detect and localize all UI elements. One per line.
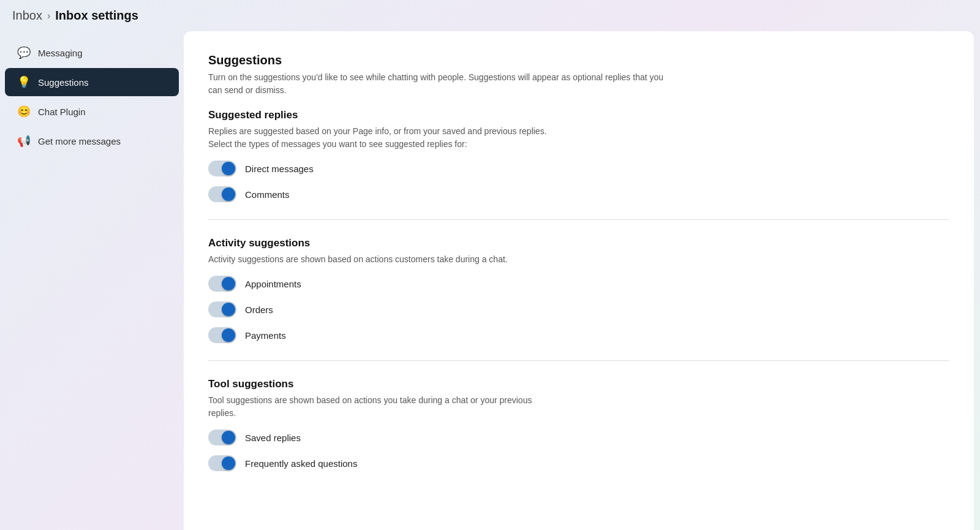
toggle-label-saved-replies: Saved replies — [245, 433, 301, 443]
toggle-label-orders: Orders — [245, 305, 273, 315]
toggle-row-faq: Frequently asked questions — [208, 455, 949, 471]
divider-1 — [208, 219, 949, 220]
content-panel: Suggestions Turn on the suggestions you'… — [184, 31, 974, 530]
toggle-direct-messages[interactable] — [208, 161, 236, 176]
breadcrumb-current-page: Inbox settings — [55, 9, 138, 23]
toggle-comments[interactable] — [208, 186, 236, 202]
get-more-messages-icon: 📢 — [17, 134, 31, 148]
sidebar-label-messaging: Messaging — [38, 48, 83, 58]
sidebar-item-chat-plugin[interactable]: 😊 Chat Plugin — [5, 97, 179, 126]
divider-2 — [208, 360, 949, 361]
suggested-replies-title: Suggested replies — [208, 109, 949, 121]
sidebar-item-get-more-messages[interactable]: 📢 Get more messages — [5, 127, 179, 155]
toggle-row-direct-messages: Direct messages — [208, 161, 949, 176]
messaging-icon: 💬 — [17, 46, 31, 59]
toggle-row-payments: Payments — [208, 327, 949, 343]
toggle-saved-replies[interactable] — [208, 430, 236, 445]
toggle-row-orders: Orders — [208, 301, 949, 317]
sidebar-label-suggestions: Suggestions — [38, 77, 89, 88]
breadcrumb-chevron-icon: › — [47, 10, 50, 21]
toggle-label-appointments: Appointments — [245, 279, 301, 289]
toggle-label-payments: Payments — [245, 330, 286, 341]
toggle-row-appointments: Appointments — [208, 276, 949, 292]
toggle-label-faq: Frequently asked questions — [245, 458, 357, 469]
toggle-label-comments: Comments — [245, 189, 290, 200]
toggle-label-direct-messages: Direct messages — [245, 164, 314, 174]
sidebar: 💬 Messaging 💡 Suggestions 😊 Chat Plugin … — [0, 31, 184, 530]
toggle-row-saved-replies: Saved replies — [208, 430, 949, 445]
suggested-replies-section: Suggested replies Replies are suggested … — [208, 109, 949, 202]
tool-suggestions-title: Tool suggestions — [208, 378, 949, 390]
sidebar-item-messaging[interactable]: 💬 Messaging — [5, 39, 179, 67]
chat-plugin-icon: 😊 — [17, 105, 31, 118]
page-description: Turn on the suggestions you'd like to se… — [208, 71, 674, 97]
toggle-payments[interactable] — [208, 327, 236, 343]
page-title: Suggestions — [208, 53, 949, 67]
tool-suggestions-desc: Tool suggestions are shown based on acti… — [208, 394, 551, 420]
suggested-replies-desc: Replies are suggested based on your Page… — [208, 125, 551, 151]
activity-suggestions-desc: Activity suggestions are shown based on … — [208, 253, 551, 266]
activity-suggestions-title: Activity suggestions — [208, 237, 949, 249]
toggle-row-comments: Comments — [208, 186, 949, 202]
tool-suggestions-section: Tool suggestions Tool suggestions are sh… — [208, 378, 949, 471]
breadcrumb: Inbox › Inbox settings — [0, 0, 980, 31]
suggestions-icon: 💡 — [17, 75, 31, 89]
sidebar-label-chat-plugin: Chat Plugin — [38, 107, 86, 117]
sidebar-label-get-more-messages: Get more messages — [38, 136, 121, 146]
main-layout: 💬 Messaging 💡 Suggestions 😊 Chat Plugin … — [0, 31, 980, 530]
toggle-appointments[interactable] — [208, 276, 236, 292]
breadcrumb-inbox-link[interactable]: Inbox — [12, 9, 42, 23]
toggle-orders[interactable] — [208, 301, 236, 317]
sidebar-item-suggestions[interactable]: 💡 Suggestions — [5, 68, 179, 96]
toggle-faq[interactable] — [208, 455, 236, 471]
activity-suggestions-section: Activity suggestions Activity suggestion… — [208, 237, 949, 343]
